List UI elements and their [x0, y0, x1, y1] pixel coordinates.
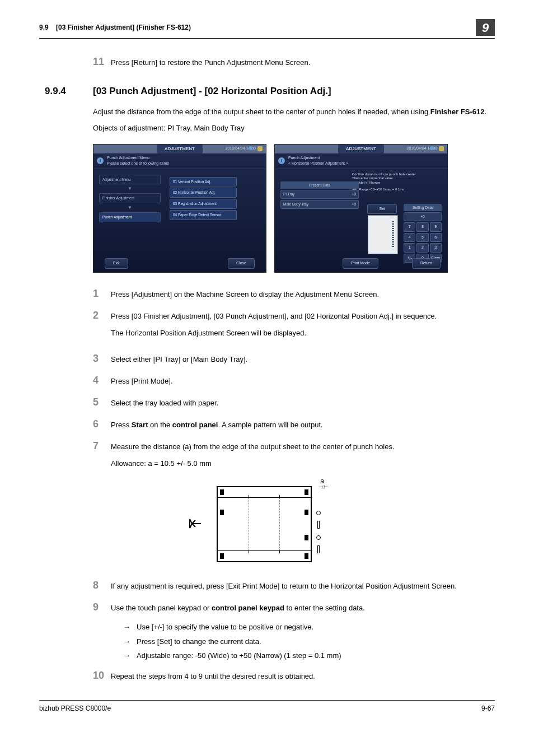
sub-step: → Adjustable range: -50 (Wide) to +50 (N…: [123, 650, 495, 661]
chevron-down-icon: ▼: [99, 185, 161, 192]
step-bold: Start: [132, 421, 148, 429]
ss-info-line: Punch Adjustment: [288, 155, 348, 161]
step-span: to enter the setting data.: [284, 604, 365, 612]
keypad-key[interactable]: 8: [416, 222, 428, 232]
step-text: Press Start on the control panel. A samp…: [111, 419, 495, 431]
step-number: 10: [93, 668, 111, 683]
binding-icon: [392, 221, 394, 248]
keypad: Setting Data +0 7 8 9 4 5 6 1 2 3 +/- 0 …: [404, 204, 442, 263]
intro-bold: Finisher FS-612: [430, 108, 485, 116]
keypad-key[interactable]: 6: [430, 233, 442, 242]
tray-value: +0: [352, 192, 356, 197]
status-icon: [249, 146, 252, 150]
hint-line: Adj. Range:-50~+50 1step = 0.1mm: [352, 188, 442, 192]
step-number: 11: [93, 54, 111, 69]
ss-infobar: i Punch Adjustment < Horizontal Position…: [275, 153, 447, 169]
step-number: 1: [93, 286, 111, 301]
dimension-arrows-icon: ⊣ ⊢: [318, 484, 327, 492]
ss-titlebar: ADJUSTMENT 2010/04/04 14:00: [93, 144, 266, 153]
arrow-right-icon: →: [123, 650, 137, 661]
hint-line: Then enter numerical value.: [352, 176, 442, 181]
option-button[interactable]: 04 Paper Edge Detect Sensor: [170, 210, 237, 220]
running-head: 9.9 [03 Finisher Adjustment] (Finisher F…: [39, 22, 191, 32]
step-text: Press [Return] to restore the Punch Adju…: [111, 57, 495, 68]
breadcrumb-item[interactable]: Finisher Adjustment: [99, 193, 161, 203]
ss-tab: ADJUSTMENT: [338, 144, 384, 153]
sub-step: → Press [Set] to change the current data…: [123, 636, 495, 647]
sample-preview: [368, 215, 398, 254]
ss-bottom: Exit Close: [93, 258, 266, 269]
breadcrumb-item[interactable]: Adjustment Menu: [99, 175, 161, 185]
tray-name: Main Body Tray: [283, 202, 308, 207]
header-section-no: 9.9: [39, 24, 49, 31]
step-bold: control panel keypad: [212, 604, 284, 612]
step-span: . A sample pattern will be output.: [218, 421, 322, 429]
keypad-key[interactable]: 2: [416, 243, 428, 253]
step-span: on the: [148, 421, 172, 429]
close-button[interactable]: Close: [228, 258, 255, 269]
measurement-diagram: a ⊣ ⊢: [205, 486, 329, 562]
keypad-key[interactable]: 3: [430, 243, 442, 253]
ss-info-line: Punch Adjustment Menu: [107, 155, 169, 161]
footer-page: 9-67: [481, 703, 495, 713]
setting-data-label: Setting Data: [404, 204, 442, 212]
tray-button[interactable]: Main Body Tray +0: [280, 200, 359, 209]
tray-list: Present Data PI Tray +0 Main Body Tray +…: [280, 181, 359, 210]
step-row: 11 Press [Return] to restore the Punch A…: [93, 54, 495, 69]
header-section-title: [03 Finisher Adjustment] (Finisher FS-61…: [56, 24, 191, 31]
sub-step-text: Press [Set] to change the current data.: [137, 636, 261, 647]
option-button[interactable]: 02 Horizontal Position Adj.: [170, 188, 237, 198]
section-heading: 9.9.4 [03 Punch Adjustment] - [02 Horizo…: [39, 84, 495, 99]
intro-line1: Adjust the distance from the edge of the…: [93, 106, 495, 118]
exit-button[interactable]: Exit: [105, 258, 128, 269]
step-text: Select either [PI Tray] or [Main Body Tr…: [111, 354, 495, 365]
step-bold: control panel: [172, 421, 218, 429]
hint-line: Confirm distance <A> to punch hole cente…: [352, 172, 442, 177]
diagram-sheet: [217, 486, 312, 562]
breadcrumb-col: Adjustment Menu ▼ Finisher Adjustment ▼ …: [99, 175, 161, 222]
return-button[interactable]: Return: [412, 258, 441, 269]
page-header: 9.9 [03 Finisher Adjustment] (Finisher F…: [39, 22, 495, 39]
step-text: Press [Print Mode].: [111, 376, 495, 387]
section-number: 9.9.4: [39, 84, 93, 99]
keypad-key[interactable]: 4: [404, 233, 415, 242]
step-number: 8: [93, 578, 111, 593]
step-row: 1 Press [Adjustment] on the Machine Scre…: [93, 286, 495, 301]
step-span: Use the touch panel keypad or: [111, 604, 212, 612]
step-number: 6: [93, 417, 111, 432]
keypad-key[interactable]: 9: [430, 222, 442, 232]
set-button[interactable]: Set: [367, 204, 397, 214]
help-icon: [439, 146, 444, 151]
keypad-key[interactable]: 5: [416, 233, 428, 242]
tray-value: +0: [352, 202, 356, 207]
screenshots: ADJUSTMENT 2010/04/04 14:00 i Punch Adju…: [93, 144, 495, 273]
arrow-right-icon: →: [123, 622, 137, 633]
step-number: 5: [93, 395, 111, 410]
print-mode-button[interactable]: Print Mode: [343, 258, 378, 269]
sub-step-text: Use [+/-] to specify the value to be pos…: [137, 622, 313, 633]
ss-info-text: Punch Adjustment Menu Please select one …: [107, 155, 169, 167]
step-row: 7 Measure the distance (a) from the edge…: [93, 438, 495, 475]
intro-text: .: [485, 108, 487, 116]
footer-model: bizhub PRESS C8000/e: [39, 703, 111, 713]
intro-text: Adjust the distance from the edge of the…: [93, 108, 430, 116]
status-icon: [430, 146, 434, 150]
keypad-key[interactable]: 7: [404, 222, 415, 232]
step-text: Press [Adjustment] on the Machine Screen…: [111, 289, 495, 300]
option-button[interactable]: 01 Vertical Position Adj.: [170, 177, 237, 187]
step-text: Press [03 Finisher Adjustment], [03 Punc…: [111, 311, 495, 344]
help-icon: [257, 146, 263, 151]
instruction-text: Confirm distance <A> to punch hole cente…: [352, 172, 442, 192]
keypad-key[interactable]: 1: [404, 243, 415, 253]
tray-button[interactable]: PI Tray +0: [280, 190, 359, 199]
breadcrumb-item-current[interactable]: Punch Adjustment: [99, 212, 161, 222]
step-row: 4 Press [Print Mode].: [93, 373, 495, 388]
step-line: Press [03 Finisher Adjustment], [03 Punc…: [111, 311, 495, 322]
step-row: 10 Repeat the steps from 4 to 9 until th…: [93, 668, 495, 683]
option-button[interactable]: 03 Registration Adjustment: [170, 199, 237, 209]
step-number: 3: [93, 351, 111, 366]
step-row: 3 Select either [PI Tray] or [Main Body …: [93, 351, 495, 366]
setting-value: +0: [404, 212, 442, 221]
step-span: Press: [111, 421, 132, 429]
step-line: The Horizontal Position Adjustment Scree…: [111, 328, 495, 339]
